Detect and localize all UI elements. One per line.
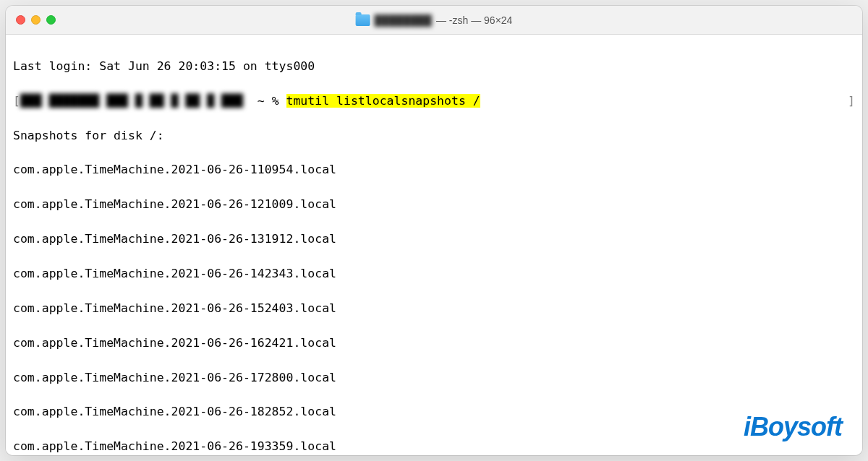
terminal-window: ████████ — -zsh — 96×24 Last login: Sat … [6, 6, 862, 455]
folder-icon [356, 14, 370, 26]
title-user-blurred: ████████ [375, 14, 432, 26]
titlebar: ████████ — -zsh — 96×24 [6, 6, 862, 35]
snapshot-line: com.apple.TimeMachine.2021-06-26-182852.… [13, 403, 855, 421]
snapshot-line: com.apple.TimeMachine.2021-06-26-193359.… [13, 438, 855, 455]
close-button[interactable] [16, 15, 25, 25]
last-login-line: Last login: Sat Jun 26 20:03:15 on ttys0… [13, 58, 855, 75]
snapshot-line: com.apple.TimeMachine.2021-06-26-110954.… [13, 161, 855, 178]
window-controls [16, 15, 56, 25]
minimize-button[interactable] [31, 15, 41, 25]
watermark-logo: iBoysoft [744, 412, 842, 442]
snapshot-line: com.apple.TimeMachine.2021-06-26-162421.… [13, 335, 855, 352]
maximize-button[interactable] [46, 15, 56, 25]
window-title: ████████ — -zsh — 96×24 [356, 14, 513, 26]
snapshot-line: com.apple.TimeMachine.2021-06-26-121009.… [13, 196, 855, 213]
command-1: tmutil listlocalsnapshots / [286, 94, 480, 108]
snapshot-line: com.apple.TimeMachine.2021-06-26-152403.… [13, 300, 855, 317]
snapshots-header: Snapshots for disk /: [13, 127, 855, 145]
snapshot-line: com.apple.TimeMachine.2021-06-26-142343.… [13, 265, 855, 283]
terminal-output[interactable]: Last login: Sat Jun 26 20:03:15 on ttys0… [6, 35, 862, 455]
title-suffix: — -zsh — 96×24 [436, 14, 512, 26]
prompt-line-1: [███ ███████ ███ █ ██ █ ██ █ ███ ~ % tmu… [13, 92, 855, 110]
snapshot-line: com.apple.TimeMachine.2021-06-26-172800.… [13, 369, 855, 387]
snapshot-line: com.apple.TimeMachine.2021-06-26-131912.… [13, 231, 855, 248]
